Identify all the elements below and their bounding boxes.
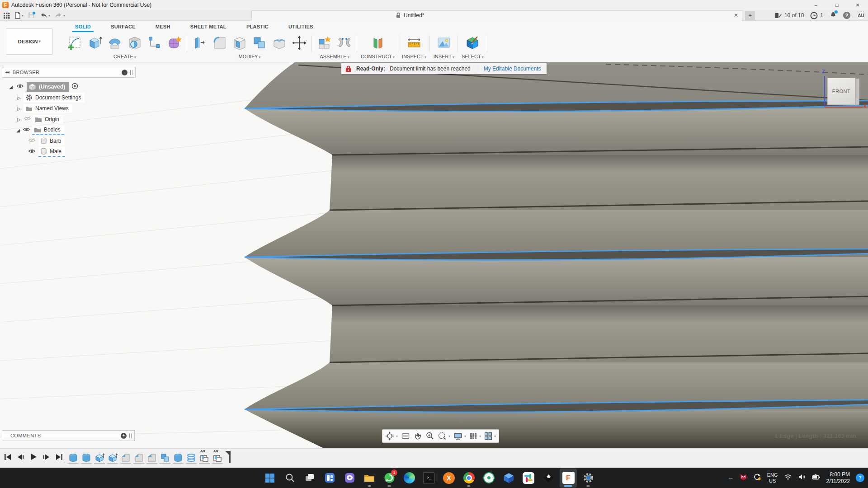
panel-grip[interactable] [129, 433, 132, 438]
minimize-button[interactable]: – [806, 0, 826, 10]
tab-surface[interactable]: SURFACE [101, 24, 146, 32]
taskbar-search-icon[interactable] [281, 469, 298, 488]
hole-icon[interactable] [126, 33, 144, 53]
expanded-arrow-icon[interactable]: ◢ [8, 84, 14, 89]
expanded-arrow-icon[interactable]: ◢ [15, 128, 21, 133]
feature-pattern-icon[interactable] [212, 452, 223, 464]
split-body-icon[interactable] [270, 33, 288, 53]
close-button[interactable]: ✕ [847, 0, 868, 10]
timeline-skip-start-icon[interactable] [4, 453, 12, 463]
display-settings-icon[interactable]: ▾ [453, 432, 466, 440]
start-button[interactable] [261, 469, 278, 488]
visibility-eye-icon[interactable] [16, 83, 24, 90]
move-icon[interactable] [290, 33, 308, 53]
tab-solid[interactable]: SOLID [65, 24, 101, 32]
cube-app-icon[interactable] [500, 469, 517, 488]
terminal-icon[interactable]: >_ [420, 469, 438, 488]
group-modify-label[interactable]: MODIFY▾ [191, 54, 308, 62]
tab-mesh[interactable]: MESH [146, 24, 180, 32]
extrude-icon[interactable] [86, 33, 104, 53]
feature-coil-icon[interactable] [186, 452, 197, 464]
notification-center-badge[interactable]: 7 [856, 474, 864, 482]
visibility-eye-off-icon[interactable] [24, 116, 31, 123]
fusion-360-taskbar-icon[interactable]: F [560, 469, 577, 488]
root-component-chip[interactable]: (Unsaved) [27, 82, 69, 92]
chrome-browser-icon[interactable] [460, 469, 477, 488]
look-at-icon[interactable] [401, 432, 410, 440]
group-insert-label[interactable]: INSERT▾ [434, 54, 454, 62]
close-tab-icon[interactable]: ✕ [734, 12, 738, 19]
zoom-window-icon[interactable]: ▾ [438, 432, 450, 441]
visibility-eye-icon[interactable] [28, 148, 36, 155]
tree-item-male[interactable]: Male [2, 146, 137, 157]
tree-item-root[interactable]: ◢ (Unsaved) [2, 81, 137, 92]
grid-display-icon[interactable]: ▾ [469, 432, 481, 440]
fillet-icon[interactable] [211, 33, 229, 53]
joint-icon[interactable] [335, 33, 354, 53]
file-explorer-icon[interactable] [361, 469, 378, 488]
feature-chamfer-icon[interactable] [120, 452, 131, 464]
panel-plus-icon[interactable]: + [121, 433, 127, 439]
viewcube-front-face[interactable]: FRONT [827, 78, 855, 105]
widgets-icon[interactable] [321, 469, 338, 488]
atom-app-icon[interactable] [480, 469, 497, 488]
shell-icon[interactable] [231, 33, 249, 53]
feature-extrude-icon[interactable] [107, 452, 118, 464]
panel-grip[interactable] [130, 70, 132, 75]
pattern-icon[interactable] [146, 33, 164, 53]
feature-combine-icon[interactable] [160, 452, 170, 464]
undo-icon[interactable]: ▾ [38, 10, 52, 20]
orbit-icon[interactable]: ▾ [385, 432, 398, 441]
app-grid-menu-icon[interactable] [2, 10, 11, 20]
revolve-icon[interactable] [106, 33, 124, 53]
insert-canvas-icon[interactable] [435, 33, 453, 53]
feature-chamfer-icon[interactable] [133, 452, 144, 464]
tab-sheet-metal[interactable]: SHEET METAL [180, 24, 236, 32]
workspace-selector[interactable]: DESIGN ▾ [6, 28, 53, 55]
tab-plastic[interactable]: PLASTIC [236, 24, 278, 32]
viewcube-side-face[interactable] [855, 79, 859, 105]
new-component-icon[interactable] [316, 33, 334, 53]
timeline-play-icon[interactable] [29, 452, 38, 463]
collapse-panel-icon[interactable]: ◀◀ [5, 70, 9, 74]
timeline-position-marker[interactable] [225, 451, 231, 464]
whatsapp-icon[interactable]: 1 [381, 469, 398, 488]
language-indicator[interactable]: ENGUS [767, 472, 778, 483]
feature-extrude-icon[interactable] [94, 452, 105, 464]
group-create-label[interactable]: CREATE▾ [66, 54, 184, 62]
task-view-icon[interactable] [301, 469, 318, 488]
user-avatar[interactable]: AU [857, 11, 865, 20]
visibility-eye-off-icon[interactable] [28, 137, 36, 145]
feature-chamfer-icon[interactable] [146, 452, 157, 464]
feature-pattern-icon[interactable] [199, 452, 210, 464]
notifications-button[interactable] [830, 11, 837, 20]
clock-date-display[interactable]: 8:00 PM2/11/2022 [826, 471, 850, 485]
inkscape-icon[interactable] [540, 469, 557, 488]
feature-cylinder-icon[interactable] [68, 452, 79, 464]
visibility-eye-icon[interactable] [23, 127, 30, 134]
sync-tray-icon[interactable] [753, 473, 761, 483]
activate-radio-icon[interactable] [71, 83, 78, 91]
tray-overflow-chevron[interactable]: ︿ [728, 474, 734, 482]
battery-tray-icon[interactable] [812, 474, 821, 482]
combine-icon[interactable] [250, 33, 269, 53]
timeline-step-forward-icon[interactable] [42, 453, 51, 463]
press-pull-icon[interactable] [191, 33, 209, 53]
new-tab-button[interactable]: + [745, 11, 755, 20]
select-icon[interactable] [463, 33, 481, 53]
create-form-icon[interactable] [165, 33, 184, 53]
maximize-button[interactable]: □ [826, 0, 847, 10]
tab-utilities[interactable]: UTILITIES [278, 24, 323, 32]
viewcube[interactable]: Z FRONT X [816, 70, 867, 115]
xampp-icon[interactable]: X [440, 469, 458, 488]
zoom-icon[interactable] [425, 432, 434, 441]
comments-panel[interactable]: COMMENTS + [2, 430, 135, 441]
browser-header[interactable]: ◀◀ BROWSER − [2, 67, 136, 78]
collapsed-arrow-icon[interactable]: ▷ [16, 117, 22, 122]
file-menu-icon[interactable]: ▾ [13, 10, 25, 20]
wifi-tray-icon[interactable] [784, 474, 792, 482]
my-editable-documents-link[interactable]: My Editable Documents [484, 66, 541, 72]
tree-item-document-settings[interactable]: ▷ Document Settings [2, 92, 137, 103]
collapsed-arrow-icon[interactable]: ▷ [16, 95, 22, 100]
feature-cylinder-icon[interactable] [81, 452, 92, 464]
